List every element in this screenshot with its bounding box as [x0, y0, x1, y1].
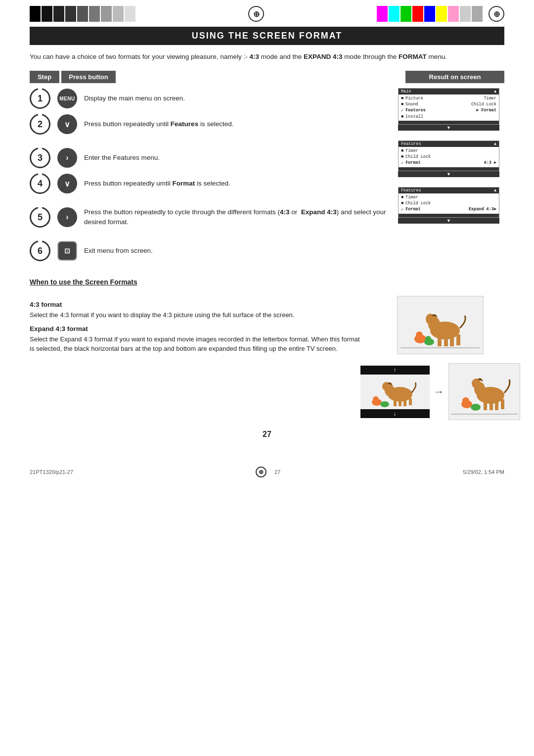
crosshair-right-icon: ⊕	[489, 6, 504, 22]
format43-title: 4:3 format	[30, 301, 366, 308]
svg-rect-16	[409, 398, 412, 405]
svg-rect-25	[495, 400, 498, 410]
result-screen-3: Features ▲ ■Timer ■Child Lock ✓FormatExp…	[398, 187, 504, 224]
expand43-desc: Select the Expand 4:3 format if you want…	[30, 334, 366, 354]
step-row-5: 5 › Press the button repeatedly to cycle…	[30, 207, 390, 228]
step-row-4: 4 ∨ Press button repeatedly umtil Format…	[30, 173, 390, 194]
osd-button[interactable]: ⊡	[57, 241, 77, 261]
footer-left: 21PT1320/p21-27	[30, 469, 73, 475]
step-number-2: 2	[30, 114, 50, 135]
step-number-5: 5	[30, 207, 50, 228]
format43-image	[397, 296, 484, 354]
chevron-right-button-1[interactable]: ›	[57, 148, 77, 168]
svg-rect-15	[403, 399, 406, 406]
svg-rect-13	[394, 399, 397, 406]
svg-point-21	[380, 401, 389, 407]
letterbox-image: ↑	[360, 366, 430, 418]
expanded-image	[448, 363, 520, 420]
chevron-right-button-2[interactable]: ›	[57, 207, 77, 227]
format43-desc: Select the 4:3 format if you want to dis…	[30, 310, 366, 320]
svg-point-31	[471, 404, 481, 411]
step-desc-5: Press the button repeatedly to cycle thr…	[84, 207, 390, 228]
svg-point-20	[373, 396, 379, 402]
result-header: Result on screen	[405, 71, 504, 83]
svg-rect-4	[456, 334, 460, 345]
svg-rect-26	[501, 399, 504, 409]
step-desc-3: Enter the Features menu.	[84, 153, 390, 163]
expand43-title: Expand 4:3 format	[30, 325, 366, 332]
chevron-down-button-2[interactable]: ∨	[57, 174, 77, 193]
svg-rect-2	[444, 336, 448, 346]
expand-arrow: →	[434, 385, 445, 398]
intro-text: You can have a choice of two formats for…	[30, 52, 504, 62]
step-row-1: 1 MENU Display the main menu on screen.	[30, 88, 390, 109]
step-row-3: 3 › Enter the Features menu.	[30, 147, 390, 168]
step-number-4: 4	[30, 173, 50, 194]
crosshair-icon: ⊕	[248, 6, 264, 22]
step-desc-6: Exit menu from screen.	[84, 246, 390, 256]
svg-rect-23	[484, 400, 487, 410]
step-header: Step	[30, 71, 59, 83]
footer-crosshair: ⊕	[256, 467, 267, 477]
page-number: 27	[30, 430, 504, 439]
step-row-2: 2 ∨ Press button repeatedly until Featur…	[30, 114, 390, 135]
svg-rect-14	[399, 400, 401, 406]
chevron-down-button-1[interactable]: ∨	[57, 114, 77, 134]
svg-point-30	[462, 397, 469, 404]
svg-point-10	[425, 336, 431, 342]
svg-rect-1	[438, 335, 442, 346]
page-title: Using the Screen Format	[30, 27, 504, 45]
step-desc-2: Press button repeatedly until Features i…	[84, 119, 390, 129]
press-header: Press button	[61, 71, 116, 83]
svg-rect-24	[490, 401, 493, 410]
result-screen-2: Features ▲ ■Timer ■Child Lock ✓Format4:3…	[398, 141, 504, 177]
footer-center: 27	[274, 469, 280, 475]
footer-right: 5/29/02, 1:54 PM	[463, 469, 504, 475]
step-number-1: 1	[30, 88, 50, 109]
svg-point-8	[416, 331, 423, 338]
result-screen-1: Main ▲ ■PictureTimer ■SoundChild Lock ✓F…	[398, 88, 504, 131]
step-row-6: 6 ⊡ Exit menu from screen.	[30, 240, 390, 261]
step-number-6: 6	[30, 240, 50, 261]
step-desc-4: Press button repeatedly umtil Format is …	[84, 179, 390, 189]
when-to-use-title: When to use the Screen Formats	[30, 278, 504, 286]
menu-button[interactable]: MENU	[57, 89, 77, 108]
svg-rect-3	[450, 335, 454, 346]
step-desc-1: Display the main menu on screen.	[84, 94, 390, 103]
step-number-3: 3	[30, 147, 50, 168]
